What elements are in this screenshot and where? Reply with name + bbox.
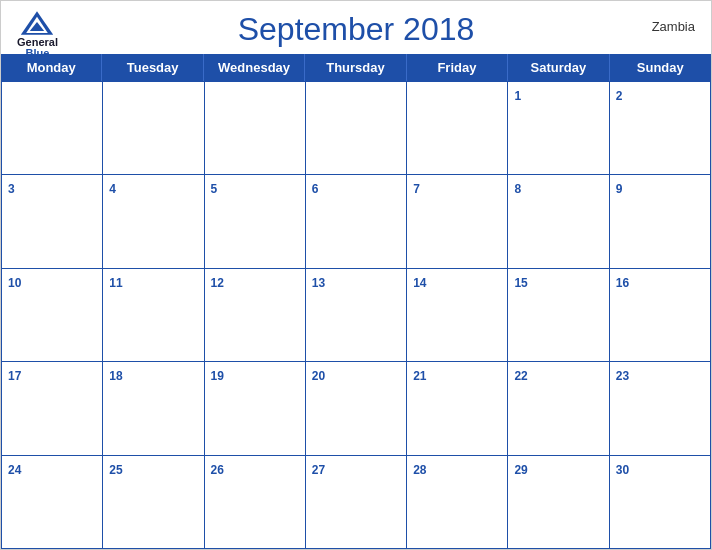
date-number: 21 xyxy=(413,369,426,383)
date-number: 7 xyxy=(413,182,420,196)
calendar-cell-25: 25 xyxy=(103,455,204,548)
date-number: 5 xyxy=(211,182,218,196)
date-number: 10 xyxy=(8,276,21,290)
calendar-cell-empty xyxy=(103,81,204,174)
day-header-saturday: Saturday xyxy=(508,54,609,81)
date-number: 13 xyxy=(312,276,325,290)
calendar-cell-16: 16 xyxy=(610,268,711,361)
date-number: 3 xyxy=(8,182,15,196)
date-number: 16 xyxy=(616,276,629,290)
calendar-cell-3: 3 xyxy=(2,174,103,267)
calendar-cell-5: 5 xyxy=(205,174,306,267)
date-number: 29 xyxy=(514,463,527,477)
date-number: 23 xyxy=(616,369,629,383)
calendar-cell-21: 21 xyxy=(407,361,508,454)
country-label: Zambia xyxy=(652,19,695,34)
date-number: 1 xyxy=(514,89,521,103)
date-number: 25 xyxy=(109,463,122,477)
date-number: 27 xyxy=(312,463,325,477)
date-number: 24 xyxy=(8,463,21,477)
calendar-cell-12: 12 xyxy=(205,268,306,361)
calendar-cell-24: 24 xyxy=(2,455,103,548)
logo-blue-text: Blue xyxy=(26,48,50,59)
date-number: 20 xyxy=(312,369,325,383)
day-header-thursday: Thursday xyxy=(305,54,406,81)
calendar-cell-29: 29 xyxy=(508,455,609,548)
calendar-cell-30: 30 xyxy=(610,455,711,548)
date-number: 11 xyxy=(109,276,122,290)
logo-area: General Blue xyxy=(17,9,58,59)
date-number: 2 xyxy=(616,89,623,103)
date-number: 28 xyxy=(413,463,426,477)
days-header: MondayTuesdayWednesdayThursdayFridaySatu… xyxy=(1,54,711,81)
calendar-header: General Blue September 2018 Zambia xyxy=(1,1,711,54)
day-header-tuesday: Tuesday xyxy=(102,54,203,81)
calendar-cell-19: 19 xyxy=(205,361,306,454)
calendar-cell-27: 27 xyxy=(306,455,407,548)
calendar-cell-7: 7 xyxy=(407,174,508,267)
generalblue-logo-icon xyxy=(19,9,55,37)
date-number: 18 xyxy=(109,369,122,383)
date-number: 19 xyxy=(211,369,224,383)
day-header-wednesday: Wednesday xyxy=(204,54,305,81)
calendar-cell-15: 15 xyxy=(508,268,609,361)
title-area: September 2018 xyxy=(238,11,475,48)
calendar-cell-22: 22 xyxy=(508,361,609,454)
date-number: 8 xyxy=(514,182,521,196)
date-number: 30 xyxy=(616,463,629,477)
calendar-cell-4: 4 xyxy=(103,174,204,267)
calendar-cell-14: 14 xyxy=(407,268,508,361)
calendar-cell-17: 17 xyxy=(2,361,103,454)
calendar-cell-18: 18 xyxy=(103,361,204,454)
calendar-cell-28: 28 xyxy=(407,455,508,548)
date-number: 14 xyxy=(413,276,426,290)
calendar-cell-13: 13 xyxy=(306,268,407,361)
calendar-cell-20: 20 xyxy=(306,361,407,454)
calendar-cell-1: 1 xyxy=(508,81,609,174)
date-number: 26 xyxy=(211,463,224,477)
date-number: 17 xyxy=(8,369,21,383)
calendar-cell-empty xyxy=(2,81,103,174)
calendar-cell-empty xyxy=(407,81,508,174)
date-number: 22 xyxy=(514,369,527,383)
date-number: 6 xyxy=(312,182,319,196)
calendar-cell-10: 10 xyxy=(2,268,103,361)
calendar-cell-8: 8 xyxy=(508,174,609,267)
calendar-cell-23: 23 xyxy=(610,361,711,454)
date-number: 4 xyxy=(109,182,116,196)
date-number: 12 xyxy=(211,276,224,290)
day-header-friday: Friday xyxy=(407,54,508,81)
calendar-title: September 2018 xyxy=(238,11,475,48)
date-number: 15 xyxy=(514,276,527,290)
calendar-cell-6: 6 xyxy=(306,174,407,267)
calendar-cell-2: 2 xyxy=(610,81,711,174)
calendar-grid: 1234567891011121314151617181920212223242… xyxy=(1,81,711,549)
calendar-cell-26: 26 xyxy=(205,455,306,548)
date-number: 9 xyxy=(616,182,623,196)
day-header-sunday: Sunday xyxy=(610,54,711,81)
calendar-cell-empty xyxy=(205,81,306,174)
calendar-container: General Blue September 2018 Zambia Monda… xyxy=(0,0,712,550)
calendar-cell-11: 11 xyxy=(103,268,204,361)
calendar-cell-9: 9 xyxy=(610,174,711,267)
calendar-cell-empty xyxy=(306,81,407,174)
